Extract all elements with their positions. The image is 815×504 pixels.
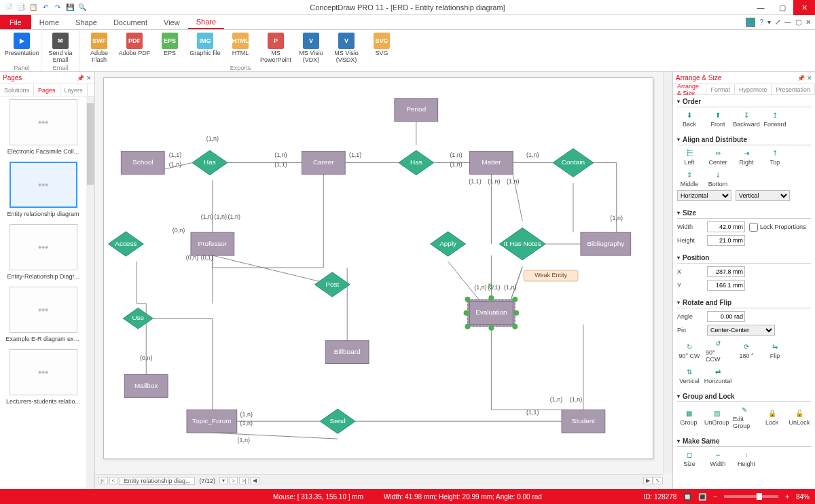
hscroll-right[interactable]: ▶: [643, 477, 653, 484]
relationship-has1[interactable]: Has: [192, 150, 228, 175]
tab-view[interactable]: View: [156, 15, 188, 29]
pages-tab-pages[interactable]: Pages: [34, 84, 60, 96]
lock-proportions-check[interactable]: Lock Proportions: [749, 223, 806, 232]
panel-pin-close[interactable]: 📌 ✕: [77, 75, 92, 82]
relationship-has2[interactable]: Has: [399, 150, 434, 175]
align-btns-center[interactable]: ⇔Center: [706, 148, 730, 166]
entity-student[interactable]: Student: [562, 410, 605, 433]
relationship-send[interactable]: Send: [320, 409, 355, 433]
align-btns-middle[interactable]: ⇕Middle: [677, 170, 702, 187]
entity-matter[interactable]: Matter: [470, 151, 513, 175]
order-btns-forward[interactable]: ↥Forward: [763, 110, 787, 128]
hscroll-corner[interactable]: ⤡: [653, 477, 663, 484]
distribute-horizontal-select[interactable]: Horizontal: [677, 190, 731, 201]
entity-school[interactable]: School: [121, 151, 164, 175]
section-group[interactable]: Group and Lock: [677, 393, 811, 402]
section-align[interactable]: Align and Distribute: [677, 136, 811, 145]
group-btns-ungroup[interactable]: ▧UnGroup: [704, 408, 729, 426]
entity-career[interactable]: Career: [302, 151, 345, 175]
hscroll-left[interactable]: ◀: [250, 477, 259, 484]
ribbon-eps[interactable]: EPSEPS: [153, 31, 186, 65]
restore-doc-icon[interactable]: —: [784, 18, 791, 26]
ribbon-ms-visio-vdx-[interactable]: VMS Visio (VDX): [295, 31, 327, 65]
undo-icon[interactable]: ↶: [41, 3, 50, 12]
order-btns-back[interactable]: ⬇Back: [677, 110, 702, 128]
page-thumbnail[interactable]: ◈◈◈Entity relationship diagram: [3, 162, 84, 217]
group-btns-group[interactable]: ▦Group: [677, 408, 700, 426]
section-rotate[interactable]: Rotate and Flip: [677, 299, 811, 308]
ribbon-adobe-pdf[interactable]: PDFAdobe PDF: [118, 31, 151, 65]
entity-mailbox[interactable]: Mailbox: [124, 374, 168, 397]
page-first-button[interactable]: |<: [98, 477, 108, 484]
section-same[interactable]: Make Same: [677, 437, 811, 447]
align-btns-top[interactable]: ⤒Top: [763, 148, 787, 166]
pin-select[interactable]: Center-Center: [707, 325, 775, 336]
close-doc-icon[interactable]: ✕: [805, 18, 811, 26]
pages-tab-solutions[interactable]: Solutions: [0, 84, 34, 96]
section-size[interactable]: Size: [677, 209, 811, 219]
entity-period[interactable]: Period: [395, 98, 438, 122]
qat-icon[interactable]: 📑: [16, 3, 26, 12]
tab-share[interactable]: Share: [188, 15, 224, 29]
rotate-btns-180-[interactable]: ⟳180 °: [734, 342, 759, 359]
help-icon[interactable]: ?: [759, 18, 763, 26]
redo-icon[interactable]: ↷: [53, 3, 62, 12]
ribbon-adobe-flash[interactable]: SWFAdobe Flash: [83, 31, 115, 65]
status-icon[interactable]: 🔳: [698, 493, 706, 501]
ribbon-ms-visio-vsdx-[interactable]: VMS Visio (VSDX): [330, 31, 363, 65]
tab-file[interactable]: File: [0, 15, 31, 29]
page-dropdown-button[interactable]: ▾: [219, 477, 228, 484]
relationship-access[interactable]: Access: [108, 232, 143, 256]
x-input[interactable]: [707, 266, 745, 277]
save-icon[interactable]: 💾: [65, 3, 75, 12]
drawing-page[interactable]: PeriodSchoolCareerMatterProfessorBibliog…: [103, 77, 653, 459]
min-ribbon-icon[interactable]: ⤢: [775, 18, 780, 26]
rotate-btns-vertical[interactable]: ⇅Vertical: [677, 367, 702, 384]
ribbon-svg[interactable]: SVGSVG: [365, 31, 398, 65]
entity-professor[interactable]: Professor: [191, 232, 234, 255]
close-button[interactable]: ✕: [793, 0, 815, 15]
qat-icon[interactable]: 📄: [4, 3, 14, 12]
panel-pin-close[interactable]: 📌 ✕: [797, 75, 812, 82]
tab-shape[interactable]: Shape: [67, 15, 105, 29]
page-thumbnail[interactable]: ◈◈◈Example E-R diagram ext...: [3, 287, 84, 342]
group-btns-edit-group[interactable]: ✎Edit Group: [733, 405, 756, 429]
ribbon-presentation[interactable]: ▶Presentation: [5, 31, 38, 65]
arrange-tab-hypernote[interactable]: Hypernote: [735, 84, 772, 94]
section-position[interactable]: Position: [677, 254, 811, 264]
entity-billboard[interactable]: Billboard: [325, 341, 369, 364]
status-icon[interactable]: 🔲: [683, 493, 691, 501]
chevron-icon[interactable]: ▾: [767, 18, 771, 26]
width-input[interactable]: [707, 221, 745, 232]
align-btns-bottom[interactable]: ⤓Bottom: [706, 170, 730, 187]
distribute-vertical-select[interactable]: Vertical: [736, 190, 790, 201]
page-last-button[interactable]: >|: [239, 477, 249, 484]
group-btns-lock[interactable]: 🔒Lock: [761, 408, 784, 426]
tab-document[interactable]: Document: [105, 15, 156, 29]
arrange-tab-presentation[interactable]: Presentation: [772, 84, 815, 94]
section-order[interactable]: Order: [677, 98, 811, 107]
qat-icon[interactable]: 📋: [29, 3, 38, 12]
rotate-btns-horizontal[interactable]: ⇄Horizontal: [706, 367, 730, 384]
minimize-button[interactable]: —: [750, 0, 772, 15]
same-btns-width[interactable]: ↔Width: [706, 450, 730, 467]
page-thumbnail[interactable]: ◈◈◈Electronic Facsimile Coll...: [3, 99, 84, 155]
relationship-contain[interactable]: Contain: [553, 149, 594, 177]
ribbon-send-via-email[interactable]: ✉Send via Email: [44, 31, 77, 65]
zoom-slider[interactable]: [724, 495, 778, 498]
search-icon[interactable]: 🔍: [77, 3, 87, 12]
same-btns-size[interactable]: ◻Size: [677, 450, 702, 467]
zoom-out-button[interactable]: −: [713, 493, 717, 501]
zoom-in-button[interactable]: +: [785, 493, 789, 501]
rotate-btns-flip[interactable]: ⇋Flip: [763, 342, 787, 359]
rotate-btns-90-ccw[interactable]: ↺90° CCW: [706, 338, 730, 363]
arrange-tab-format[interactable]: Format: [706, 84, 735, 94]
ribbon-html[interactable]: HTMLHTML: [224, 31, 257, 65]
palette-icon[interactable]: [746, 18, 755, 27]
same-btns-height[interactable]: ↕Height: [734, 450, 759, 467]
order-btns-backward[interactable]: ↧Backward: [734, 110, 759, 128]
page-thumbnail[interactable]: ◈◈◈Entity-Relationship Diagr...: [3, 224, 84, 280]
rotate-btns-90-cw[interactable]: ↻90° CW: [677, 342, 702, 359]
group-btns-unlock[interactable]: 🔓UnLock: [788, 408, 811, 426]
ribbon-ms-powerpoint[interactable]: PMS PowerPoint: [259, 31, 292, 65]
